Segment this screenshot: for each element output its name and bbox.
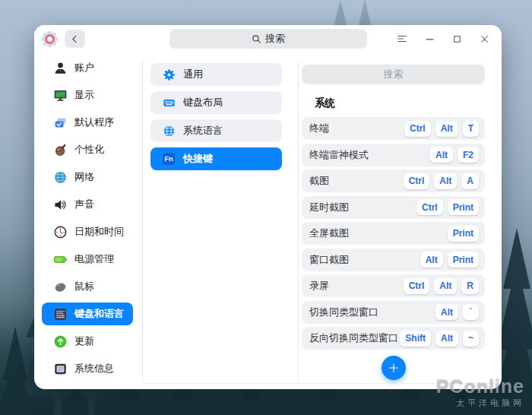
shortcut-keys: CtrlAltA [404, 173, 479, 189]
minimize-icon [424, 33, 435, 45]
shortcut-row[interactable]: 录屏CtrlAltR [302, 274, 485, 297]
keycap[interactable]: Alt [435, 331, 458, 347]
sidebar-item-label: 键盘和语言 [74, 307, 124, 321]
default-apps-icon [53, 116, 68, 130]
keycap[interactable]: A [461, 173, 479, 189]
keycap[interactable]: Alt [434, 278, 457, 294]
shortcut-row[interactable]: 反向切换同类型窗口ShiftAlt~ [302, 327, 485, 350]
keycap[interactable]: Ctrl [404, 121, 431, 137]
shortcut-row[interactable]: 截图CtrlAltA [302, 169, 485, 192]
power-icon [53, 252, 68, 267]
maximize-icon [451, 33, 463, 45]
mouse-icon [53, 280, 68, 294]
shortcut-keys: CtrlAltR [404, 278, 479, 294]
shortcut-row[interactable]: 全屏截图Print [302, 222, 485, 245]
fn-icon: Fn [163, 153, 175, 165]
shortcut-row[interactable]: 终端CtrlAltT [302, 117, 485, 140]
keyboard-language-icon [53, 307, 68, 322]
system-info-icon [53, 362, 68, 376]
keycap[interactable]: Alt [435, 304, 458, 320]
shortcut-label: 反向切换同类型窗口 [309, 331, 400, 345]
system-language-icon [163, 125, 176, 138]
fn-shortcut-icon: Fn [163, 153, 176, 166]
nav-item-keyboard-layout[interactable]: 键盘布局 [150, 91, 282, 114]
shortcut-search-button[interactable]: 搜索 [302, 65, 485, 84]
keycap[interactable]: Ctrl [416, 199, 443, 215]
maximize-button[interactable] [447, 30, 467, 48]
hamburger-menu-icon [396, 33, 408, 45]
sidebar-item-power[interactable]: 电源管理 [42, 248, 133, 271]
minimize-button[interactable] [420, 30, 439, 48]
shortcut-list: 终端CtrlAltT终端雷神模式AltF2截图CtrlAltA延时截图CtrlP… [302, 117, 485, 353]
sidebar-item-account[interactable]: 账户 [42, 56, 133, 79]
keycap[interactable]: Print [448, 226, 479, 242]
keycap[interactable]: R [461, 278, 479, 294]
keycap[interactable]: Ctrl [404, 173, 430, 189]
sidebar-item-update[interactable]: 更新 [42, 330, 133, 353]
sidebar-item-label: 默认程序 [74, 116, 114, 129]
search-icon [251, 33, 262, 45]
shortcut-panel: 搜索 系统 终端CtrlAltT终端雷神模式AltF2截图CtrlAltA延时截… [299, 52, 502, 389]
sidebar-item-label: 账户 [74, 61, 94, 74]
keycap[interactable]: F2 [458, 147, 479, 163]
nav-item-label: 通用 [183, 68, 203, 81]
keycap[interactable]: Shift [400, 331, 431, 347]
sidebar-item-sound[interactable]: 声音 [42, 193, 133, 216]
shortcut-keys: CtrlAltT [404, 121, 479, 137]
global-search-placeholder: 搜索 [265, 32, 285, 46]
keycap[interactable]: Alt [434, 173, 457, 189]
keycap[interactable]: Print [448, 199, 479, 215]
close-icon [479, 33, 490, 45]
shortcut-label: 切换同类型窗口 [309, 306, 435, 319]
shortcut-label: 全屏截图 [309, 227, 448, 240]
sidebar-item-keyboard-language[interactable]: 键盘和语言 [42, 303, 133, 325]
app-logo-icon [40, 30, 59, 49]
shortcut-label: 录屏 [309, 279, 404, 293]
personalization-icon [53, 143, 68, 157]
shortcut-row[interactable]: 窗口截图AltPrint [302, 249, 485, 271]
sidebar-item-label: 声音 [74, 198, 94, 211]
shortcut-label: 终端雷神模式 [309, 148, 430, 162]
titlebar: 搜索 [34, 25, 502, 52]
nav-item-fn-shortcut[interactable]: Fn快捷键 [150, 147, 282, 170]
watermark-brand: PConline [436, 377, 524, 396]
keyboard-nav-list: 通用键盘布局系统语言Fn快捷键 [143, 52, 298, 389]
sidebar-item-datetime[interactable]: 日期和时间 [42, 220, 133, 243]
sidebar-item-display[interactable]: 显示 [42, 84, 133, 106]
global-search-input[interactable]: 搜索 [169, 29, 367, 49]
menu-button[interactable] [392, 30, 412, 48]
nav-item-label: 快捷键 [183, 152, 213, 166]
window-controls [392, 30, 494, 48]
shortcut-row[interactable]: 延时截图CtrlPrint [302, 196, 485, 219]
back-button[interactable] [65, 30, 85, 48]
sidebar: 账户显示默认程序个性化网络声音日期和时间电源管理鼠标键盘和语言更新系统信息 [34, 52, 142, 389]
keycap[interactable]: Alt [430, 147, 453, 163]
shortcut-row[interactable]: 切换同类型窗口Alt` [302, 301, 485, 324]
shortcut-keys: CtrlPrint [416, 199, 479, 215]
nav-item-label: 系统语言 [183, 124, 223, 138]
shortcut-row[interactable]: 终端雷神模式AltF2 [302, 144, 485, 166]
sidebar-item-label: 个性化 [74, 143, 104, 157]
sidebar-item-system-info[interactable]: 系统信息 [42, 357, 133, 380]
sidebar-item-default-apps[interactable]: 默认程序 [42, 111, 133, 134]
nav-item-system-language[interactable]: 系统语言 [150, 119, 282, 142]
sidebar-item-personalization[interactable]: 个性化 [42, 138, 133, 161]
window-content: 账户显示默认程序个性化网络声音日期和时间电源管理鼠标键盘和语言更新系统信息 通用… [34, 52, 502, 389]
sound-icon [53, 198, 68, 212]
network-icon [53, 170, 68, 185]
nav-item-general[interactable]: 通用 [150, 63, 282, 86]
keycap[interactable]: Print [448, 252, 479, 268]
add-shortcut-button[interactable] [382, 356, 406, 380]
shortcut-keys: AltPrint [420, 252, 479, 268]
keycap[interactable]: Alt [435, 121, 458, 137]
close-button[interactable] [474, 30, 494, 48]
keycap[interactable]: ` [463, 304, 479, 320]
sidebar-item-mouse[interactable]: 鼠标 [42, 275, 133, 298]
keycap[interactable]: Ctrl [404, 278, 430, 294]
keycap[interactable]: T [463, 121, 479, 137]
sidebar-item-network[interactable]: 网络 [42, 166, 133, 188]
plus-icon [388, 362, 400, 374]
sidebar-item-label: 日期和时间 [74, 225, 124, 239]
keycap[interactable]: ~ [463, 331, 479, 347]
keycap[interactable]: Alt [420, 252, 443, 268]
